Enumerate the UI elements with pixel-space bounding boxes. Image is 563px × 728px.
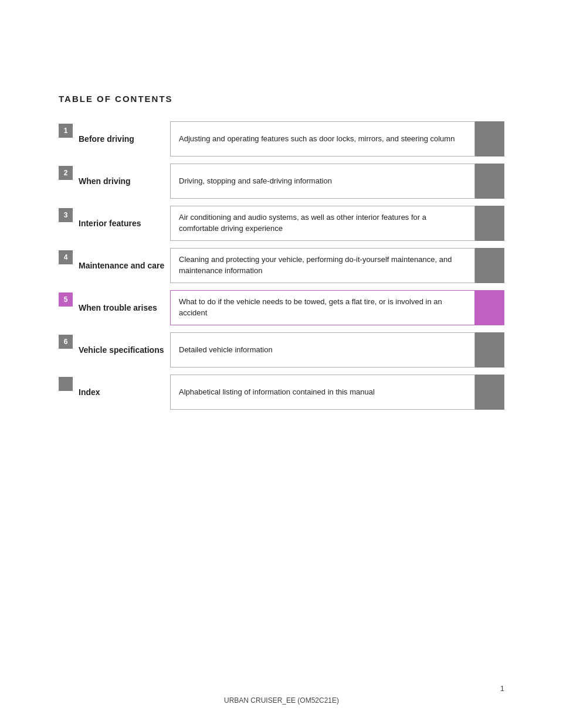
toc-entry-index: IndexAlphabetical listing of information… (59, 375, 504, 410)
entry-title-when-driving: When driving (79, 176, 131, 186)
entry-right-block-index (475, 375, 504, 410)
entry-left-before-driving: 1Before driving (59, 121, 170, 157)
entry-title-vehicle-specifications: Vehicle specifications (79, 345, 164, 355)
entry-title-when-trouble-arises: When trouble arises (79, 302, 157, 313)
entry-right-vehicle-specifications (475, 332, 504, 368)
entry-title-index: Index (79, 387, 100, 397)
toc-entry-interior-features: 3Interior featuresAir conditioning and a… (59, 206, 504, 241)
entry-right-block-interior-features (475, 206, 504, 241)
entry-description-when-trouble-arises: What to do if the vehicle needs to be to… (170, 290, 475, 325)
entry-number-vehicle-specifications: 6 (59, 335, 73, 349)
entry-left-when-driving: 2When driving (59, 164, 170, 199)
toc-entry-maintenance-care: 4Maintenance and careCleaning and protec… (59, 248, 504, 283)
entry-description-vehicle-specifications: Detailed vehicle information (170, 332, 475, 368)
entry-number-index (59, 377, 73, 391)
entry-left-index: Index (59, 375, 170, 410)
toc-title: TABLE OF CONTENTS (59, 94, 504, 104)
entry-right-block-maintenance-care (475, 248, 504, 283)
entry-title-before-driving: Before driving (79, 134, 134, 144)
entry-number-maintenance-care: 4 (59, 250, 73, 264)
entry-left-when-trouble-arises: 5When trouble arises (59, 290, 170, 325)
toc-entry-when-driving: 2When drivingDriving, stopping and safe-… (59, 164, 504, 199)
entry-right-maintenance-care (475, 248, 504, 283)
entry-left-interior-features: 3Interior features (59, 206, 170, 241)
entry-right-block-when-driving (475, 164, 504, 199)
entry-right-before-driving (475, 121, 504, 157)
toc-entry-when-trouble-arises: 5When trouble arisesWhat to do if the ve… (59, 290, 504, 325)
toc-entries: 1Before drivingAdjusting and operating f… (59, 121, 504, 410)
entry-right-interior-features (475, 206, 504, 241)
entry-description-when-driving: Driving, stopping and safe-driving infor… (170, 164, 475, 199)
toc-entry-before-driving: 1Before drivingAdjusting and operating f… (59, 121, 504, 157)
entry-description-interior-features: Air conditioning and audio systems, as w… (170, 206, 475, 241)
entry-right-index (475, 375, 504, 410)
entry-number-before-driving: 1 (59, 124, 73, 138)
entry-left-vehicle-specifications: 6Vehicle specifications (59, 332, 170, 368)
table-of-contents: TABLE OF CONTENTS 1Before drivingAdjusti… (0, 0, 563, 457)
entry-right-block-when-trouble-arises (475, 290, 504, 325)
toc-entry-vehicle-specifications: 6Vehicle specificationsDetailed vehicle … (59, 332, 504, 368)
entry-right-block-before-driving (475, 121, 504, 157)
entry-number-when-driving: 2 (59, 166, 73, 180)
entry-right-when-driving (475, 164, 504, 199)
entry-description-index: Alphabetical listing of information cont… (170, 375, 475, 410)
entry-description-before-driving: Adjusting and operating features such as… (170, 121, 475, 157)
page-container: TABLE OF CONTENTS 1Before drivingAdjusti… (0, 0, 563, 728)
footer-label: URBAN CRUISER_EE (OM52C21E) (224, 696, 339, 705)
entry-right-block-vehicle-specifications (475, 332, 504, 368)
entry-number-when-trouble-arises: 5 (59, 292, 73, 307)
entry-title-interior-features: Interior features (79, 218, 141, 229)
entry-number-interior-features: 3 (59, 208, 73, 222)
entry-title-maintenance-care: Maintenance and care (79, 260, 164, 271)
entry-left-maintenance-care: 4Maintenance and care (59, 248, 170, 283)
entry-description-maintenance-care: Cleaning and protecting your vehicle, pe… (170, 248, 475, 283)
page-number: 1 (500, 684, 504, 693)
entry-right-when-trouble-arises (475, 290, 504, 325)
